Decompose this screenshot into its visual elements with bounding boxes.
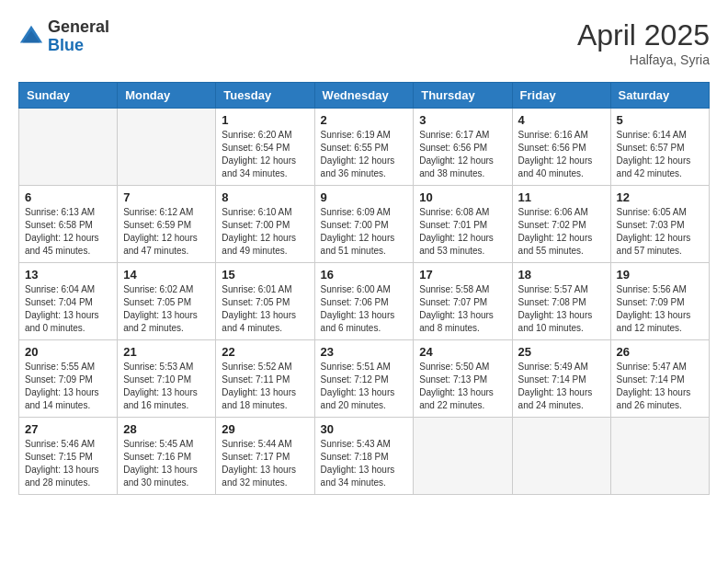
day-info: Sunrise: 6:17 AMSunset: 6:56 PMDaylight:… [419,129,506,180]
day-number: 20 [25,345,111,359]
calendar-cell: 30Sunrise: 5:43 AMSunset: 7:18 PMDayligh… [314,418,414,495]
day-info: Sunrise: 5:53 AMSunset: 7:10 PMDaylight:… [123,361,210,412]
day-info: Sunrise: 6:09 AMSunset: 7:00 PMDaylight:… [321,206,408,258]
sunrise-text: Sunrise: 6:17 AM [419,129,506,142]
daylight-text: Daylight: 13 hours and 26 minutes. [617,386,703,412]
day-info: Sunrise: 6:10 AMSunset: 7:00 PMDaylight:… [222,206,308,258]
daylight-text: Daylight: 12 hours and 57 minutes. [617,232,703,258]
title-block: April 2025 Halfaya, Syria [577,18,710,67]
logo-general-text: General [48,18,109,37]
day-number: 4 [518,113,605,127]
sunrise-text: Sunrise: 6:16 AM [518,129,605,142]
sunrise-text: Sunrise: 5:43 AM [321,438,408,451]
column-header-tuesday: Tuesday [216,83,314,109]
week-row-3: 13Sunrise: 6:04 AMSunset: 7:04 PMDayligh… [19,263,710,340]
day-info: Sunrise: 5:57 AMSunset: 7:08 PMDaylight:… [518,283,605,335]
sunset-text: Sunset: 7:09 PM [617,296,703,309]
column-header-saturday: Saturday [610,83,709,109]
calendar-cell: 4Sunrise: 6:16 AMSunset: 6:56 PMDaylight… [512,109,610,186]
column-header-sunday: Sunday [19,83,118,109]
daylight-text: Daylight: 13 hours and 2 minutes. [123,309,210,335]
day-number: 21 [123,345,210,359]
calendar-cell: 14Sunrise: 6:02 AMSunset: 7:05 PMDayligh… [118,263,216,340]
day-number: 12 [617,190,703,204]
day-info: Sunrise: 6:19 AMSunset: 6:55 PMDaylight:… [321,129,408,180]
sunset-text: Sunset: 7:07 PM [419,296,506,309]
day-number: 13 [25,268,111,282]
calendar-cell: 28Sunrise: 5:45 AMSunset: 7:16 PMDayligh… [118,418,216,495]
sunrise-text: Sunrise: 6:05 AM [617,206,703,219]
calendar-cell: 27Sunrise: 5:46 AMSunset: 7:15 PMDayligh… [19,418,118,495]
daylight-text: Daylight: 13 hours and 32 minutes. [222,464,308,489]
day-number: 23 [321,345,408,359]
column-header-monday: Monday [118,83,216,109]
day-info: Sunrise: 5:50 AMSunset: 7:13 PMDaylight:… [419,361,506,412]
daylight-text: Daylight: 13 hours and 20 minutes. [321,386,408,412]
calendar-cell: 11Sunrise: 6:06 AMSunset: 7:02 PMDayligh… [512,186,610,263]
day-info: Sunrise: 5:46 AMSunset: 7:15 PMDaylight:… [25,438,111,489]
sunset-text: Sunset: 7:10 PM [123,373,210,386]
day-info: Sunrise: 6:14 AMSunset: 6:57 PMDaylight:… [617,129,703,180]
day-number: 19 [617,268,703,282]
calendar-cell: 22Sunrise: 5:52 AMSunset: 7:11 PMDayligh… [216,340,314,418]
sunrise-text: Sunrise: 6:10 AM [222,206,308,219]
daylight-text: Daylight: 13 hours and 10 minutes. [518,309,605,335]
day-info: Sunrise: 6:12 AMSunset: 6:59 PMDaylight:… [123,206,210,258]
sunrise-text: Sunrise: 5:55 AM [25,361,111,373]
sunrise-text: Sunrise: 5:49 AM [518,361,605,373]
day-info: Sunrise: 6:06 AMSunset: 7:02 PMDaylight:… [518,206,605,258]
day-number: 22 [222,345,308,359]
calendar-cell [610,418,709,495]
sunrise-text: Sunrise: 5:52 AM [222,361,308,373]
sunset-text: Sunset: 7:14 PM [518,373,605,386]
sunrise-text: Sunrise: 5:50 AM [419,361,506,373]
sunset-text: Sunset: 7:13 PM [419,373,506,386]
day-info: Sunrise: 5:58 AMSunset: 7:07 PMDaylight:… [419,283,506,335]
day-info: Sunrise: 5:51 AMSunset: 7:12 PMDaylight:… [321,361,408,412]
day-info: Sunrise: 5:44 AMSunset: 7:17 PMDaylight:… [222,438,308,489]
sunrise-text: Sunrise: 6:08 AM [419,206,506,219]
daylight-text: Daylight: 13 hours and 18 minutes. [222,386,308,412]
calendar-cell: 5Sunrise: 6:14 AMSunset: 6:57 PMDaylight… [610,109,709,186]
calendar-cell: 10Sunrise: 6:08 AMSunset: 7:01 PMDayligh… [414,186,512,263]
day-number: 5 [617,113,703,127]
day-number: 15 [222,268,308,282]
week-row-1: 1Sunrise: 6:20 AMSunset: 6:54 PMDaylight… [19,109,710,186]
calendar-cell: 25Sunrise: 5:49 AMSunset: 7:14 PMDayligh… [512,340,610,418]
daylight-text: Daylight: 13 hours and 12 minutes. [617,309,703,335]
sunset-text: Sunset: 7:12 PM [321,373,408,386]
sunset-text: Sunset: 7:03 PM [617,219,703,232]
sunrise-text: Sunrise: 6:13 AM [25,206,111,219]
calendar-cell: 23Sunrise: 5:51 AMSunset: 7:12 PMDayligh… [314,340,414,418]
sunset-text: Sunset: 7:15 PM [25,451,111,464]
day-info: Sunrise: 5:43 AMSunset: 7:18 PMDaylight:… [321,438,408,489]
day-info: Sunrise: 6:02 AMSunset: 7:05 PMDaylight:… [123,283,210,335]
day-number: 8 [222,190,308,204]
week-row-5: 27Sunrise: 5:46 AMSunset: 7:15 PMDayligh… [19,418,710,495]
daylight-text: Daylight: 13 hours and 30 minutes. [123,464,210,489]
sunrise-text: Sunrise: 5:57 AM [518,283,605,296]
day-info: Sunrise: 5:55 AMSunset: 7:09 PMDaylight:… [25,361,111,412]
day-number: 25 [518,345,605,359]
sunrise-text: Sunrise: 5:44 AM [222,438,308,451]
calendar-cell: 24Sunrise: 5:50 AMSunset: 7:13 PMDayligh… [414,340,512,418]
daylight-text: Daylight: 13 hours and 6 minutes. [321,309,408,335]
day-number: 3 [419,113,506,127]
calendar-cell: 18Sunrise: 5:57 AMSunset: 7:08 PMDayligh… [512,263,610,340]
day-number: 2 [321,113,408,127]
calendar-cell: 3Sunrise: 6:17 AMSunset: 6:56 PMDaylight… [414,109,512,186]
calendar-cell [512,418,610,495]
sunset-text: Sunset: 7:18 PM [321,451,408,464]
day-number: 27 [25,422,111,436]
sunset-text: Sunset: 7:08 PM [518,296,605,309]
daylight-text: Daylight: 12 hours and 47 minutes. [123,232,210,258]
calendar-table: SundayMondayTuesdayWednesdayThursdayFrid… [18,82,710,495]
sunset-text: Sunset: 7:02 PM [518,219,605,232]
daylight-text: Daylight: 13 hours and 34 minutes. [321,464,408,489]
calendar-cell: 17Sunrise: 5:58 AMSunset: 7:07 PMDayligh… [414,263,512,340]
sunset-text: Sunset: 7:06 PM [321,296,408,309]
sunset-text: Sunset: 7:00 PM [321,219,408,232]
calendar-cell: 8Sunrise: 6:10 AMSunset: 7:00 PMDaylight… [216,186,314,263]
day-info: Sunrise: 6:13 AMSunset: 6:58 PMDaylight:… [25,206,111,258]
calendar-cell [414,418,512,495]
